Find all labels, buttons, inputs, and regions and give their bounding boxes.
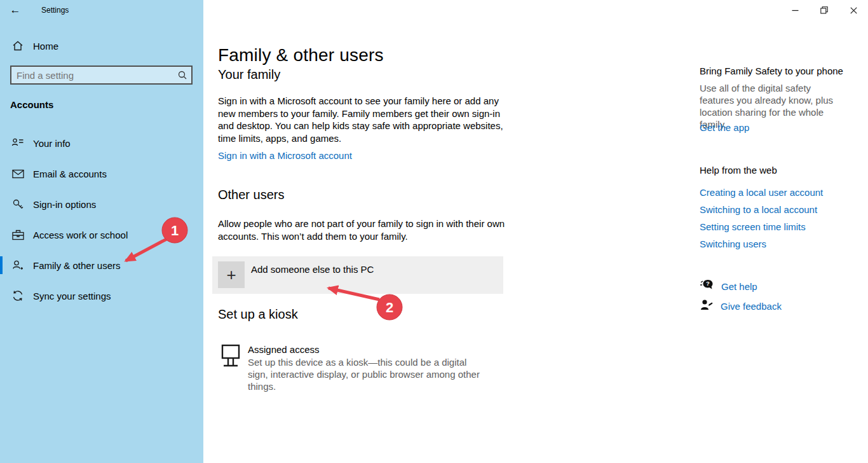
key-icon — [11, 198, 24, 211]
annotation-step-2: 2 — [386, 300, 393, 315]
get-the-app-link[interactable]: Get the app — [700, 122, 749, 133]
sidebar-item-your-info[interactable]: Your info — [0, 132, 203, 154]
sidebar-item-label: Your info — [33, 138, 71, 149]
sidebar-item-access-work-school[interactable]: Access work or school — [0, 224, 203, 245]
home-icon — [11, 39, 24, 52]
sidebar-item-sync-settings[interactable]: Sync your settings — [0, 285, 203, 307]
sidebar-item-label: Family & other users — [33, 260, 121, 271]
sidebar-item-label: Access work or school — [33, 230, 128, 240]
help-chat-icon: ? — [700, 279, 714, 294]
sidebar-item-email-accounts[interactable]: Email & accounts — [0, 163, 203, 184]
sidebar: ← Settings Home Accounts — [0, 0, 203, 463]
window-controls — [780, 0, 868, 20]
plus-icon: + — [218, 261, 245, 288]
sidebar-item-label: Sign-in options — [33, 199, 96, 210]
sidebar-item-label: Home — [33, 41, 58, 52]
titlebar-left: ← Settings — [0, 0, 203, 20]
other-users-heading: Other users — [218, 188, 284, 202]
envelope-icon — [11, 167, 24, 180]
assigned-access-title[interactable]: Assigned access — [248, 343, 320, 356]
contact-card-icon — [11, 137, 24, 149]
kiosk-sign-icon — [221, 344, 240, 370]
sidebar-item-home[interactable]: Home — [0, 35, 203, 57]
add-someone-label: Add someone else to this PC — [251, 264, 374, 275]
help-link-screen-time-limits[interactable]: Setting screen time limits — [700, 221, 806, 232]
give-feedback-label: Give feedback — [721, 301, 782, 312]
feedback-person-icon — [700, 299, 713, 313]
help-link-local-user-account[interactable]: Creating a local user account — [700, 187, 823, 198]
your-family-heading: Your family — [218, 67, 280, 82]
assigned-access-description: Set up this device as a kiosk—this could… — [248, 356, 488, 392]
sidebar-item-label: Sync your settings — [33, 291, 111, 301]
close-button[interactable] — [839, 0, 868, 20]
other-users-description: Allow people who are not part of your fa… — [218, 218, 505, 242]
settings-window: ← Settings Home Accounts — [0, 0, 868, 463]
get-help-label: Get help — [721, 281, 757, 292]
minimize-button[interactable] — [780, 0, 810, 20]
help-link-switch-local-account[interactable]: Switching to a local account — [700, 204, 817, 215]
help-link-switching-users[interactable]: Switching users — [700, 238, 766, 249]
sidebar-section-accounts: Accounts — [10, 99, 53, 110]
help-from-web-heading: Help from the web — [700, 165, 777, 176]
briefcase-icon — [11, 228, 24, 241]
give-feedback-link[interactable]: Give feedback — [700, 299, 782, 313]
sign-in-microsoft-link[interactable]: Sign in with a Microsoft account — [218, 150, 352, 161]
sidebar-item-family-other-users[interactable]: Family & other users — [0, 254, 203, 276]
family-safety-heading: Bring Family Safety to your phone — [700, 66, 843, 76]
app-title: Settings — [41, 6, 69, 15]
kiosk-heading: Set up a kiosk — [218, 307, 298, 322]
person-plus-icon — [11, 259, 24, 272]
your-family-description: Sign in with a Microsoft account to see … — [218, 95, 505, 144]
sync-icon — [11, 289, 24, 302]
sidebar-item-sign-in-options[interactable]: Sign-in options — [0, 193, 203, 215]
selected-indicator — [0, 256, 3, 274]
sidebar-item-label: Email & accounts — [33, 169, 107, 179]
search-box — [10, 66, 193, 85]
restore-button[interactable] — [810, 0, 839, 20]
search-input[interactable] — [11, 70, 173, 81]
get-help-link[interactable]: ? Get help — [700, 279, 757, 294]
search-icon[interactable] — [173, 70, 191, 80]
back-button[interactable]: ← — [0, 0, 31, 20]
add-someone-button[interactable]: + Add someone else to this PC — [212, 256, 503, 294]
page-title: Family & other users — [218, 45, 384, 66]
svg-text:?: ? — [706, 280, 710, 287]
